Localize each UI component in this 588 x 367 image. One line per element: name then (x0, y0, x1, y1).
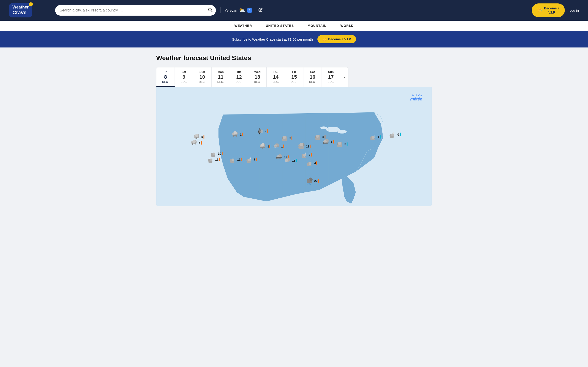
tab-day-num: 9 (180, 74, 188, 80)
pencil-icon (258, 8, 262, 12)
temp-bar-1 (201, 141, 202, 145)
tab-day-name: Thu (272, 70, 280, 74)
edit-city-button[interactable] (257, 7, 264, 14)
banner-text: Subscribe to Weather Crave start at €1.5… (232, 37, 313, 41)
weather-marker-10[interactable]: -2 (388, 130, 401, 139)
svg-rect-79 (261, 147, 261, 149)
date-tab-5[interactable]: Wed 13 DEC. (248, 67, 267, 87)
weather-marker-21[interactable]: 22 (305, 176, 319, 186)
date-tab-8[interactable]: Sat 16 DEC. (303, 67, 322, 87)
date-tab-1[interactable]: Sat 9 DEC. (175, 67, 193, 87)
logo-box: Weather Crave (9, 3, 32, 17)
svg-line-1 (211, 11, 212, 12)
weather-marker-18[interactable]: 15 (283, 156, 297, 165)
svg-point-68 (338, 142, 341, 145)
svg-rect-41 (236, 135, 237, 137)
weather-marker-2[interactable]: 1 (231, 130, 243, 139)
svg-rect-55 (298, 146, 304, 149)
weather-marker-12[interactable]: 1 (272, 142, 284, 151)
map-container: la chaîne météo 5 (156, 87, 432, 206)
tab-day-num: 14 (272, 74, 280, 80)
temp-bar-9 (380, 135, 380, 139)
date-tab-9[interactable]: Sun 17 DEC. (322, 67, 340, 87)
svg-marker-64 (323, 142, 324, 143)
tab-month: DEC. (216, 81, 225, 83)
tab-month: DEC. (180, 81, 188, 83)
tab-month: DEC. (253, 81, 261, 83)
tab-month: DEC. (162, 81, 170, 83)
subscribe-vip-button[interactable]: 👑 Become a V.I.P (317, 35, 356, 43)
header-right: 👑 Become a V.I.P Log in (532, 3, 579, 17)
weather-marker-9[interactable]: 1 (368, 132, 380, 142)
svg-marker-114 (284, 162, 285, 163)
tab-day-num: 15 (290, 74, 298, 80)
nav-item-weather[interactable]: WEATHER (234, 24, 252, 27)
svg-rect-28 (192, 143, 193, 145)
temp-bar-7 (333, 140, 334, 144)
tab-day-name: Sat (309, 70, 317, 74)
date-tab-0[interactable]: Fri 8 DEC. (156, 67, 175, 87)
svg-line-126 (311, 183, 311, 185)
next-dates-arrow[interactable]: › (340, 67, 348, 87)
svg-rect-59 (315, 138, 320, 140)
weather-marker-19[interactable]: 8 (300, 150, 312, 159)
vip-button[interactable]: 👑 Become a V.I.P (532, 3, 565, 17)
search-button[interactable] (208, 7, 213, 14)
date-tab-4[interactable]: Tue 12 DEC. (230, 67, 248, 87)
weather-marker-3[interactable]: 3 (255, 126, 268, 135)
svg-rect-51 (282, 139, 287, 141)
svg-point-98 (232, 158, 234, 161)
weather-icon-8 (335, 140, 344, 149)
svg-rect-117 (302, 157, 306, 158)
nav-item-united-states[interactable]: UNITED STATES (266, 24, 294, 27)
search-input[interactable] (55, 5, 216, 16)
nav-item-mountain[interactable]: MOUNTAIN (308, 24, 326, 27)
date-tab-2[interactable]: Sun 10 DEC. (193, 67, 212, 87)
weather-marker-16[interactable]: 7 (244, 155, 257, 164)
temp-value-2: 1 (240, 133, 242, 136)
temp-value-3: 3 (265, 129, 266, 133)
weather-icon-19 (300, 150, 308, 159)
svg-point-47 (260, 130, 263, 133)
temp-value-14: 11 (215, 158, 218, 161)
subscribe-banner: Subscribe to Weather Crave start at €1.5… (0, 31, 588, 48)
svg-point-58 (316, 135, 319, 138)
svg-rect-39 (235, 135, 235, 137)
temp-value-1: 5 (199, 141, 200, 144)
weather-marker-20[interactable]: 4 (305, 158, 317, 168)
temp-bar-21 (318, 179, 319, 183)
vip-btn-text: Become a V.I.P (544, 6, 559, 15)
tab-month: DEC. (290, 81, 298, 83)
svg-point-116 (303, 154, 306, 157)
date-tab-3[interactable]: Mon 11 DEC. (212, 67, 230, 87)
weather-marker-11[interactable]: 1 (258, 142, 270, 151)
tab-day-num: 17 (327, 74, 335, 80)
login-link[interactable]: Log in (569, 8, 579, 12)
temp-bar-10 (400, 133, 401, 136)
weather-icon-9 (368, 132, 377, 142)
logo-container: Weather Crave (9, 3, 51, 17)
tab-day-name: Sat (180, 70, 188, 74)
svg-rect-32 (195, 143, 195, 145)
weather-marker-4[interactable]: 5 (280, 133, 292, 143)
nav-item-world[interactable]: WORLD (340, 24, 354, 27)
weather-icon-5 (297, 142, 305, 151)
weather-marker-8[interactable]: 2 (335, 140, 347, 149)
weather-marker-15[interactable]: 11 (228, 155, 242, 164)
svg-marker-108 (276, 158, 277, 159)
city-weather-icon: ⛅ (239, 7, 245, 13)
weather-marker-5[interactable]: 12 (297, 142, 311, 151)
weather-marker-1[interactable]: 5 (190, 138, 202, 148)
date-tab-7[interactable]: Fri 15 DEC. (285, 67, 303, 87)
weather-marker-14[interactable]: 11 (206, 155, 220, 164)
svg-rect-99 (230, 161, 234, 163)
tab-day-num: 11 (216, 74, 225, 80)
svg-rect-69 (337, 145, 342, 147)
svg-marker-89 (273, 146, 274, 148)
logo-text-crave: Crave (12, 10, 26, 16)
temp-bar-16 (256, 158, 257, 161)
date-tab-6[interactable]: Thu 14 DEC. (267, 67, 285, 87)
tab-day-name: Mon (216, 70, 225, 74)
weather-marker-7[interactable]: 6 (321, 137, 334, 146)
svg-point-61 (323, 140, 327, 143)
